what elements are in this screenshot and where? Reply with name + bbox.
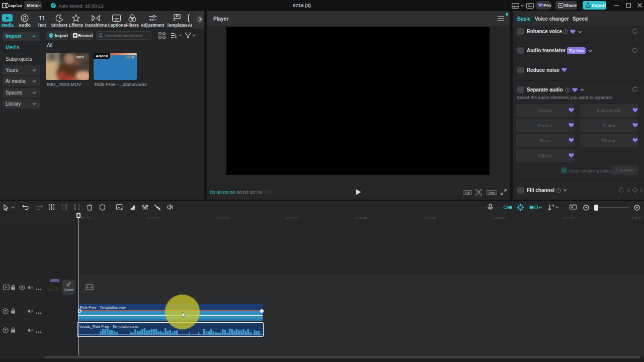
svg-text:00:2: 00:2 [76,55,84,59]
